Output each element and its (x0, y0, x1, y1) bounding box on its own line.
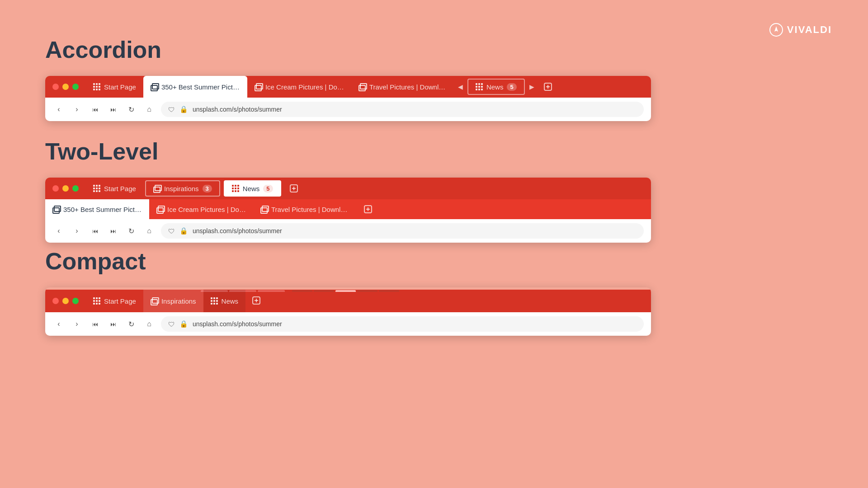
stack-icon (359, 83, 366, 90)
tab-news[interactable]: News 5 (224, 180, 281, 197)
twolevel-browser: Start Page Inspirations 3 (45, 178, 651, 243)
minimize-btn[interactable] (62, 84, 69, 90)
tab-summer[interactable]: 350+ Best Summer Pictur… (45, 199, 149, 219)
tab-travel[interactable]: Travel Pictures | Download (351, 76, 455, 98)
shield-icon: 🛡 (168, 227, 175, 235)
compact-tabbar: Start Page Inspirations (45, 290, 651, 312)
stack-right-arrow[interactable]: ▶ (527, 83, 537, 90)
shield-icon: 🛡 (168, 320, 175, 328)
home-button[interactable]: ⌂ (143, 103, 156, 116)
compact-tab-area: Start Page Inspirations (45, 290, 651, 312)
fast-forward-button[interactable]: ⏭ (107, 103, 119, 116)
grid-icon (93, 83, 100, 90)
close-btn[interactable] (52, 84, 59, 90)
forward-button[interactable]: › (71, 225, 83, 237)
minimize-btn[interactable] (62, 298, 69, 304)
add-tab-button[interactable] (247, 291, 265, 310)
rewind-button[interactable]: ⏮ (89, 225, 101, 237)
shield-icon: 🛡 (168, 106, 175, 113)
tab-travel[interactable]: Travel Pictures | Download (253, 199, 357, 219)
url-field[interactable]: 🛡 🔒 unsplash.com/s/photos/summer (161, 223, 644, 239)
tab-inspirations[interactable]: Inspirations (143, 290, 203, 312)
url-field[interactable]: 🛡 🔒 unsplash.com/s/photos/summer (161, 102, 644, 117)
close-btn[interactable] (52, 185, 59, 192)
twolevel-section: Two-Level Start Page (45, 138, 868, 243)
rewind-button[interactable]: ⏮ (89, 103, 101, 116)
stack-icon (153, 185, 160, 192)
url-field[interactable]: 🛡 🔒 unsplash.com/s/photos/summer (161, 316, 644, 332)
stack-icon (151, 297, 158, 305)
accordion-heading: Accordion (45, 36, 868, 63)
page-icon (151, 83, 158, 90)
maximize-btn[interactable] (72, 84, 79, 90)
url-text: unsplash.com/s/photos/summer (193, 320, 282, 328)
forward-button[interactable]: › (71, 103, 83, 116)
tab-start-page[interactable]: Start Page (86, 178, 143, 199)
grid-icon (93, 185, 100, 192)
reload-button[interactable]: ↻ (125, 318, 137, 330)
reload-button[interactable]: ↻ (125, 103, 137, 116)
tab-label: Inspirations (164, 185, 199, 192)
stack-icon (260, 206, 268, 213)
twolevel-top-tabbar: Start Page Inspirations 3 (45, 178, 651, 199)
back-button[interactable]: ‹ (52, 225, 65, 237)
lock-icon: 🔒 (179, 320, 188, 328)
window-controls (45, 84, 86, 90)
add-tab-button[interactable] (285, 179, 303, 197)
stack-icon (52, 206, 60, 213)
compact-url-bar: ‹ › ⏮ ⏭ ↻ ⌂ 🛡 🔒 unsplash.com/s/photos/su… (45, 312, 651, 336)
maximize-btn[interactable] (72, 298, 79, 304)
grid-icon (93, 297, 100, 305)
tab-label: Start Page (104, 83, 136, 91)
maximize-btn[interactable] (72, 185, 79, 192)
compact-section: Compact (45, 248, 868, 336)
url-text: unsplash.com/s/photos/summer (193, 227, 282, 235)
accordion-url-bar: ‹ › ⏮ ⏭ ↻ ⌂ 🛡 🔒 unsplash.com/s/photos/su… (45, 98, 651, 121)
tab-icecream[interactable]: Ice Cream Pictures | Down (247, 76, 351, 98)
add-tab-button[interactable] (539, 78, 557, 96)
vivaldi-logo: VIVALDI (769, 23, 832, 37)
rewind-button[interactable]: ⏮ (89, 318, 101, 330)
tab-news[interactable]: News (203, 290, 246, 312)
add-tab-button-bottom[interactable] (359, 200, 377, 218)
stack-icon (255, 83, 262, 90)
home-button[interactable]: ⌂ (143, 225, 156, 237)
back-button[interactable]: ‹ (52, 103, 65, 116)
home-button[interactable]: ⌂ (143, 318, 156, 330)
tab-count: 5 (507, 83, 516, 91)
forward-button[interactable]: › (71, 318, 83, 330)
tab-summer[interactable]: 350+ Best Summer Pictur… (143, 76, 247, 98)
close-btn[interactable] (52, 298, 59, 304)
twolevel-heading: Two-Level (45, 138, 868, 165)
accordion-browser: Start Page 350+ Best Summer Pictur… Ice … (45, 76, 651, 121)
vivaldi-brand-name: VIVALDI (787, 24, 832, 36)
window-controls (45, 178, 86, 199)
window-controls (45, 290, 86, 312)
tab-inspirations[interactable]: Inspirations 3 (145, 180, 220, 197)
reload-button[interactable]: ↻ (125, 225, 137, 237)
tab-news[interactable]: News 5 (467, 79, 525, 95)
grid-icon (211, 297, 218, 305)
tab-start-page[interactable]: Start Page (86, 290, 143, 312)
back-button[interactable]: ‹ (52, 318, 65, 330)
grid-icon (476, 83, 483, 90)
tab-label: 350+ Best Summer Pictur… (63, 206, 142, 213)
tab-count: 3 (203, 185, 212, 192)
minimize-btn[interactable] (62, 185, 69, 192)
grid-icon (232, 185, 239, 192)
tab-count: 5 (263, 185, 273, 192)
tab-label: Ice Cream Pictures | Down (167, 206, 246, 213)
stack-left-arrow[interactable]: ◀ (455, 83, 466, 90)
tab-label: Start Page (104, 297, 136, 305)
tab-label: News (222, 297, 239, 305)
fast-forward-button[interactable]: ⏭ (107, 225, 119, 237)
tab-label: 350+ Best Summer Pictur… (161, 83, 240, 91)
tab-icecream[interactable]: Ice Cream Pictures | Down (149, 199, 253, 219)
tab-start-page[interactable]: Start Page (86, 76, 143, 98)
lock-icon: 🔒 (179, 227, 188, 235)
compact-browser: Start Page Inspirations (45, 287, 651, 336)
tab-label: Start Page (104, 185, 136, 192)
url-text: unsplash.com/s/photos/summer (193, 106, 282, 113)
tab-label: Ice Cream Pictures | Down (265, 83, 344, 91)
fast-forward-button[interactable]: ⏭ (107, 318, 119, 330)
